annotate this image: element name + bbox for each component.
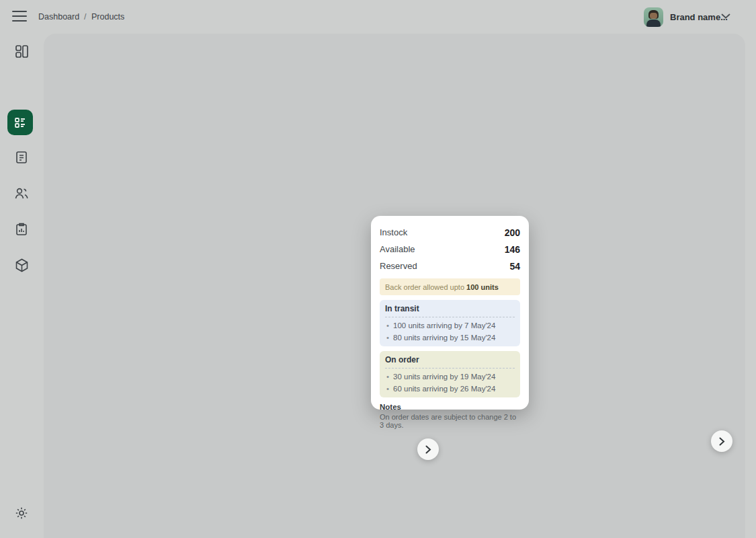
stock-row-instock: Instock 200 [380, 224, 520, 241]
on-order-item: 30 units arriving by 19 May'24 [385, 373, 515, 381]
stock-row-reserved: Reserved 54 [380, 258, 520, 274]
thumbnail-next-button[interactable] [417, 438, 439, 460]
products-list-icon [13, 116, 27, 129]
on-order-box: On order 30 units arriving by 19 May'24 … [380, 351, 520, 397]
breadcrumb-separator: / [84, 12, 86, 22]
invoice-icon[interactable] [14, 150, 30, 165]
chevron-down-icon[interactable] [721, 13, 730, 20]
in-transit-item: 100 units arriving by 7 May'24 [385, 321, 515, 330]
settings-gear-icon[interactable] [14, 506, 30, 521]
report-clipboard-icon[interactable] [14, 222, 30, 237]
product-detail-page: Dashboard / Products Brand name... [0, 0, 756, 538]
backorder-note: Back order allowed upto 100 units [380, 278, 520, 295]
avatar[interactable] [644, 7, 663, 27]
in-transit-box: In transit 100 units arriving by 7 May'2… [380, 300, 520, 346]
hamburger-icon[interactable] [12, 11, 27, 22]
stock-popover: Instock 200 Available 146 Reserved 54 Ba… [371, 216, 529, 410]
sidebar-nav [0, 34, 44, 538]
customers-icon[interactable] [14, 186, 30, 201]
chevron-right-icon [425, 445, 431, 454]
page-gutter [745, 34, 756, 538]
notes-text: On order dates are subject to change 2 t… [380, 413, 520, 429]
breadcrumb-products[interactable]: Products [91, 12, 124, 22]
package-icon[interactable] [14, 258, 30, 273]
notes-title: Notes [380, 403, 520, 411]
in-transit-item: 80 units arriving by 15 May'24 [385, 334, 515, 342]
stock-row-available: Available 146 [380, 241, 520, 258]
scroll-right-button[interactable] [711, 430, 732, 452]
on-order-item: 60 units arriving by 26 May'24 [385, 385, 515, 393]
brand-name[interactable]: Brand name... [670, 12, 728, 22]
chevron-right-icon [719, 437, 725, 446]
top-bar: Dashboard / Products Brand name... [0, 0, 756, 34]
dashboard-icon[interactable] [14, 44, 30, 59]
sidebar-item-products[interactable] [7, 110, 33, 135]
breadcrumb-dashboard[interactable]: Dashboard [38, 12, 79, 22]
